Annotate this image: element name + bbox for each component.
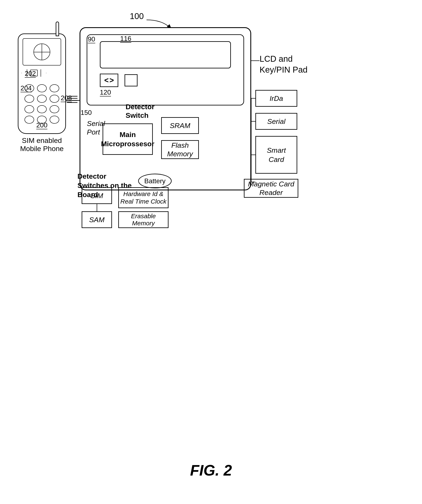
sram-box: SRAM — [161, 117, 199, 134]
hardware-id-box: Hardware Id & Real Time Clock — [118, 187, 169, 208]
ref-208: 208 — [61, 94, 72, 102]
nav-left-right-box: < > — [100, 74, 118, 87]
serial-box: Serial — [255, 113, 297, 130]
phone-screen-inner — [33, 43, 50, 60]
smart-card-box: Smart Card — [255, 136, 297, 174]
ref-200: 200 — [36, 121, 47, 129]
phone-container: 202 204 — [12, 33, 71, 153]
nav-extra-box — [125, 74, 138, 86]
ref-116-label: 116 — [120, 35, 131, 42]
flash-memory-box: Flash Memory — [161, 140, 199, 159]
phone-body: 202 204 — [18, 33, 66, 134]
sam-box: SAM — [82, 211, 112, 228]
phone-keypad — [24, 84, 60, 126]
detector-switch-label: Detector Switch — [126, 102, 154, 120]
fig-label: FIG. 2 — [190, 462, 232, 479]
irda-box: IrDa — [255, 90, 297, 107]
sim-box: SIM — [82, 187, 112, 204]
ref-100: 100 — [130, 12, 144, 21]
diagram-container: 100 — [0, 0, 422, 504]
ref-150: 150 — [81, 109, 92, 117]
lcd-keypin-label: LCD and Key/PIN Pad — [260, 53, 307, 75]
erasable-memory-box: Erasable Memory — [118, 211, 169, 228]
phone-antenna — [56, 22, 59, 36]
mag-card-reader-box: Magnetic Card Reader — [244, 179, 298, 198]
inner-box-90: < > 120 — [87, 34, 244, 105]
ref-90-label: 90 — [88, 35, 95, 43]
phone-screen — [23, 38, 61, 66]
main-micro-box: Main Microprossesor — [103, 123, 153, 155]
device-box: < > 120 90 116 — [80, 27, 251, 190]
battery-oval: Battery — [138, 174, 172, 188]
lcd-area — [100, 41, 231, 68]
nav-buttons-area: < > — [100, 74, 138, 87]
phone-label: SIM enabled Mobile Phone — [12, 136, 71, 153]
ref-120: 120 — [100, 89, 111, 96]
